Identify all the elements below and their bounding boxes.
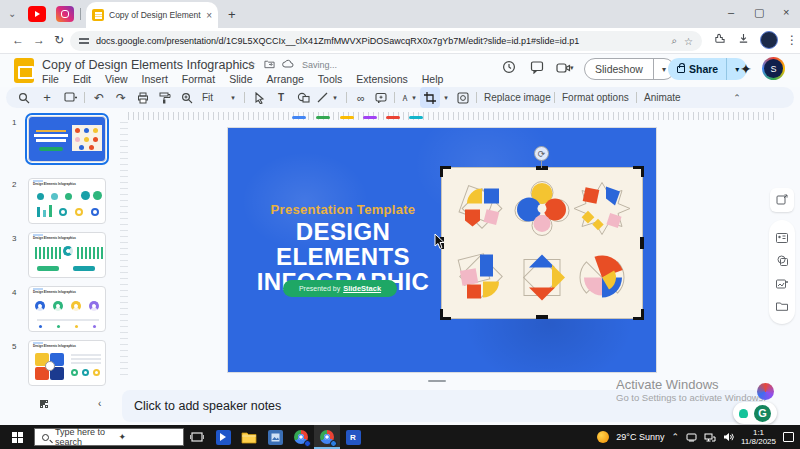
tab-search-chevron-icon[interactable]: ⌄ bbox=[8, 8, 16, 19]
pinned-tab-instagram-icon[interactable] bbox=[56, 6, 74, 22]
new-tab-button[interactable]: + bbox=[228, 7, 236, 22]
slideshow-button[interactable]: Slideshow ▾ bbox=[584, 58, 675, 80]
download-icon[interactable] bbox=[738, 33, 749, 47]
mask-image-icon[interactable] bbox=[454, 87, 472, 108]
print-icon[interactable] bbox=[134, 87, 152, 108]
camera-dropdown-icon[interactable]: ▾ bbox=[570, 64, 574, 72]
slide-thumbnail-4[interactable]: Design Elements Infographics bbox=[28, 286, 106, 332]
window-minimize-button[interactable]: – bbox=[728, 6, 734, 18]
replace-image-button[interactable]: Replace image bbox=[484, 87, 551, 108]
selection-handle-top[interactable] bbox=[536, 166, 548, 170]
new-slide-layout-icon[interactable] bbox=[60, 87, 80, 108]
slide-thumbnail-2[interactable]: Design Elements Infographics bbox=[28, 178, 106, 224]
pinned-tab-youtube-icon[interactable] bbox=[28, 6, 46, 22]
account-avatar[interactable]: S bbox=[762, 57, 785, 80]
select-cursor-icon[interactable] bbox=[250, 87, 268, 108]
collapse-toolbar-icon[interactable]: ⌃ bbox=[728, 87, 746, 108]
task-view-button[interactable] bbox=[184, 425, 210, 449]
site-settings-icon[interactable] bbox=[79, 37, 89, 45]
add-slide-button[interactable]: + bbox=[38, 87, 56, 108]
selection-handle-bottom-right[interactable] bbox=[633, 309, 644, 320]
cloud-sync-icon[interactable] bbox=[282, 59, 294, 71]
text-box-icon[interactable]: T bbox=[272, 87, 290, 108]
rotation-handle-icon[interactable]: ⟳ bbox=[534, 146, 549, 161]
grammarly-widget[interactable]: G bbox=[733, 402, 777, 424]
slide-thumbnail-5[interactable]: Design Elements Infographics bbox=[28, 340, 106, 386]
volume-tray-icon[interactable] bbox=[723, 432, 734, 442]
selection-handle-top-left[interactable] bbox=[440, 166, 451, 177]
version-history-icon[interactable] bbox=[498, 60, 520, 78]
menu-slide[interactable]: Slide bbox=[229, 73, 252, 85]
zoom-dropdown-icon[interactable]: ▾ bbox=[228, 87, 238, 108]
collapse-filmstrip-icon[interactable]: ‹ bbox=[98, 398, 101, 409]
weather-sun-icon[interactable] bbox=[597, 431, 609, 443]
mask-dropdown-icon[interactable]: ▾ bbox=[442, 87, 450, 108]
tab-close-icon[interactable]: × bbox=[206, 10, 212, 21]
side-panel-export-icon[interactable] bbox=[770, 188, 794, 212]
copilot-sparkle-icon[interactable]: ✦ bbox=[119, 432, 177, 442]
selection-handle-right[interactable] bbox=[640, 237, 644, 249]
menu-arrange[interactable]: Arrange bbox=[266, 73, 303, 85]
notes-resize-handle[interactable] bbox=[428, 380, 446, 382]
crop-image-button[interactable] bbox=[420, 87, 440, 108]
comments-icon[interactable] bbox=[526, 60, 548, 78]
search-menus-icon[interactable] bbox=[14, 87, 34, 108]
window-maximize-button[interactable]: ▢ bbox=[754, 6, 764, 19]
folder-icon[interactable] bbox=[776, 302, 788, 311]
photos-app-icon[interactable] bbox=[262, 425, 288, 449]
presented-by-badge[interactable]: Presented by SlideStack bbox=[283, 280, 397, 297]
weather-text[interactable]: 29°C Sunny bbox=[616, 432, 664, 442]
insert-shape-icon[interactable] bbox=[294, 87, 312, 108]
movies-tv-app-icon[interactable] bbox=[210, 425, 236, 449]
line-dropdown-icon[interactable]: ▾ bbox=[330, 87, 340, 108]
shapes-stack-icon[interactable] bbox=[777, 255, 788, 266]
network-tray-icon[interactable] bbox=[704, 433, 716, 442]
slide-thumbnail-3[interactable]: Design Elements Infographics bbox=[28, 232, 106, 278]
zoom-page-icon[interactable]: ⌕ bbox=[671, 35, 677, 47]
browser-forward-button[interactable]: → bbox=[33, 33, 45, 47]
onedrive-tray-icon[interactable] bbox=[686, 433, 697, 442]
contacts-card-icon[interactable] bbox=[776, 233, 788, 243]
blue-app-icon[interactable]: R bbox=[340, 425, 366, 449]
browser-back-button[interactable]: ← bbox=[12, 33, 24, 47]
slide-thumbnail-1[interactable] bbox=[28, 116, 106, 162]
menu-extensions[interactable]: Extensions bbox=[356, 73, 407, 85]
slide-image-selected[interactable] bbox=[442, 168, 642, 318]
tray-expand-icon[interactable]: ⌃ bbox=[671, 432, 679, 442]
format-options-button[interactable]: Format options bbox=[562, 87, 629, 108]
menu-tools[interactable]: Tools bbox=[318, 73, 343, 85]
grid-view-icon[interactable] bbox=[40, 400, 49, 409]
omnibox[interactable]: docs.google.com/presentation/d/1C9L5XQCC… bbox=[70, 31, 702, 51]
chrome-app-icon[interactable] bbox=[288, 425, 314, 449]
menu-view[interactable]: View bbox=[105, 73, 128, 85]
selection-handle-bottom-left[interactable] bbox=[440, 309, 451, 320]
browser-menu-kebab-icon[interactable]: ⋮ bbox=[786, 33, 798, 47]
gemini-icon[interactable]: ✦ bbox=[740, 61, 752, 77]
selection-handle-top-right[interactable] bbox=[633, 166, 644, 177]
suggestion-bulb-icon[interactable] bbox=[739, 409, 748, 418]
document-title[interactable]: Copy of Design Elements Infographics bbox=[42, 58, 255, 72]
assistant-orb-icon[interactable] bbox=[757, 383, 774, 400]
selection-handle-bottom[interactable] bbox=[536, 315, 548, 319]
image-add-icon[interactable] bbox=[776, 279, 788, 290]
add-comment-icon[interactable] bbox=[372, 87, 390, 108]
redo-button[interactable]: ↷ bbox=[112, 87, 130, 108]
menu-insert[interactable]: Insert bbox=[142, 73, 168, 85]
chrome-active-app-icon[interactable] bbox=[314, 425, 340, 449]
animate-button[interactable]: Animate bbox=[644, 87, 681, 108]
menu-file[interactable]: File bbox=[42, 73, 59, 85]
move-to-folder-icon[interactable] bbox=[264, 59, 275, 71]
zoom-in-icon[interactable] bbox=[178, 87, 196, 108]
active-tab[interactable]: Copy of Design Elements Infog × bbox=[86, 2, 218, 28]
start-button[interactable] bbox=[0, 425, 34, 449]
star-document-icon[interactable]: ☆ bbox=[247, 59, 256, 70]
slides-app-icon[interactable] bbox=[14, 58, 34, 83]
url-text[interactable]: docs.google.com/presentation/d/1C9L5XQCC… bbox=[96, 36, 664, 46]
text-options-dropdown-icon[interactable]: ▾ bbox=[410, 87, 418, 108]
browser-profile-avatar[interactable] bbox=[760, 31, 778, 49]
menu-help[interactable]: Help bbox=[422, 73, 444, 85]
file-explorer-icon[interactable] bbox=[236, 425, 262, 449]
browser-reload-button[interactable]: ↻ bbox=[54, 33, 64, 47]
action-center-icon[interactable] bbox=[783, 432, 794, 442]
paint-format-icon[interactable] bbox=[156, 87, 174, 108]
